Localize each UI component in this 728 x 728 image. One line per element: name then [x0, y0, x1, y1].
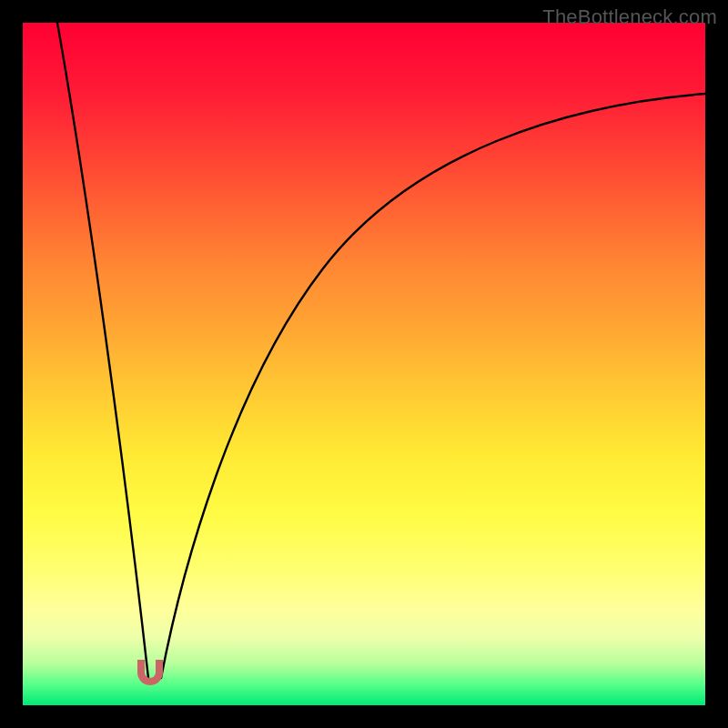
optimal-point-marker — [137, 660, 163, 685]
chart-frame: TheBottleneck.com — [0, 0, 728, 728]
credit-label: TheBottleneck.com — [542, 5, 717, 29]
plot-area — [23, 23, 705, 705]
curve-left-branch — [57, 23, 148, 678]
bottleneck-curves — [23, 23, 705, 705]
curve-right-branch — [161, 94, 705, 678]
